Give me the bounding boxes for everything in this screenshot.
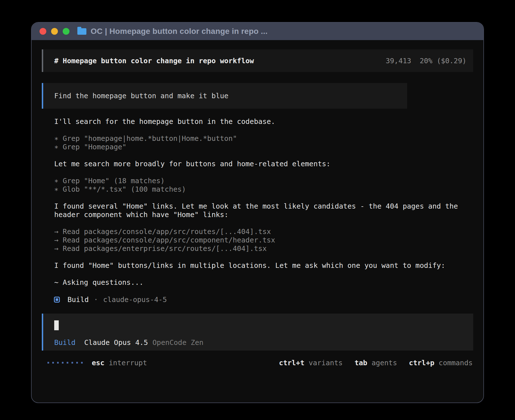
session-stats: 39,413 20% ($0.29) xyxy=(386,57,466,65)
transcript-line: ∗ Grep "homepage|home.*button|Home.*butt… xyxy=(54,134,473,143)
agent-separator: · xyxy=(94,296,98,304)
hint-label: interrupt xyxy=(109,359,147,367)
hint-commands: ctrl+p commands xyxy=(409,359,473,367)
agent-badge: Build · claude-opus-4-5 xyxy=(42,295,473,304)
input-meta: Build Claude Opus 4.5 OpenCode Zen xyxy=(54,338,204,347)
folder-icon xyxy=(77,28,86,35)
status-bar: esc interrupt ctrl+t variants tab agents… xyxy=(42,358,473,368)
spinner-dot xyxy=(81,362,83,364)
close-button[interactable] xyxy=(40,28,46,35)
spinner-dot xyxy=(47,362,49,364)
minimize-button[interactable] xyxy=(51,28,58,35)
hint-interrupt: esc interrupt xyxy=(92,359,147,367)
transcript-line: I'll search for the homepage button in t… xyxy=(54,117,473,126)
spinner-dot xyxy=(52,362,54,364)
session-header: # Homepage button color change in repo w… xyxy=(42,49,473,72)
session-title: # Homepage button color change in repo w… xyxy=(54,57,254,65)
terminal-window: OC | Homepage button color change in rep… xyxy=(31,22,484,403)
input-provider: OpenCode Zen xyxy=(152,338,204,347)
agent-name: Build xyxy=(67,296,89,304)
hint-key: esc xyxy=(92,359,104,367)
transcript-line xyxy=(54,287,473,295)
input-model: Claude Opus 4.5 xyxy=(84,338,148,347)
hint-key: ctrl+t xyxy=(279,359,304,367)
transcript-line xyxy=(54,219,473,228)
transcript-line: → Read packages/console/app/src/componen… xyxy=(54,236,473,244)
status-left: esc interrupt xyxy=(47,359,147,367)
transcript-line xyxy=(54,168,473,177)
token-count: 39,413 xyxy=(386,57,411,65)
spinner-dots xyxy=(47,362,83,364)
prompt-input[interactable]: Build Claude Opus 4.5 OpenCode Zen xyxy=(42,314,473,351)
spinner-dot xyxy=(67,362,68,364)
window-title: OC | Homepage button color change in rep… xyxy=(91,27,268,36)
transcript-line: header component which have "Home" links… xyxy=(54,211,473,219)
transcript-line xyxy=(54,126,473,134)
context-cost: 20% ($0.29) xyxy=(420,57,466,65)
transcript-line xyxy=(54,194,473,202)
transcript: I'll search for the homepage button in t… xyxy=(42,117,473,295)
spinner-dot xyxy=(62,362,64,364)
spinner-dot xyxy=(71,362,73,364)
transcript-line: Let me search more broadly for buttons a… xyxy=(54,160,473,168)
spinner-dot xyxy=(76,362,78,364)
terminal-content: # Homepage button color change in repo w… xyxy=(32,49,483,403)
spinner-dot xyxy=(57,362,59,364)
text-cursor xyxy=(54,320,59,330)
transcript-line xyxy=(54,270,473,278)
square-in-square-icon xyxy=(54,297,60,303)
transcript-line: → Read packages/enterprise/src/routes/[.… xyxy=(54,244,473,253)
transcript-line: I found "Home" buttons/links in multiple… xyxy=(54,261,473,270)
hint-label: commands xyxy=(439,359,473,367)
screen: OC | Homepage button color change in rep… xyxy=(0,0,515,420)
hint-key: ctrl+p xyxy=(409,359,434,367)
transcript-line: ∗ Grep "Homepage" xyxy=(54,143,473,151)
transcript-line: ∗ Grep "Home" (18 matches) xyxy=(54,177,473,185)
hint-label: agents xyxy=(372,359,397,367)
transcript-line: I found several "Home" links. Let me loo… xyxy=(54,202,473,211)
window-titlebar: OC | Homepage button color change in rep… xyxy=(32,23,483,40)
transcript-line: ~ Asking questions... xyxy=(54,278,473,287)
window-controls xyxy=(40,28,69,35)
user-message: Find the homepage button and make it blu… xyxy=(42,83,407,109)
status-right: ctrl+t variants tab agents ctrl+p comman… xyxy=(279,359,473,367)
hint-key: tab xyxy=(355,359,367,367)
hint-agents: tab agents xyxy=(355,359,397,367)
hint-variants: ctrl+t variants xyxy=(279,359,343,367)
user-message-text: Find the homepage button and make it blu… xyxy=(54,92,228,100)
transcript-line xyxy=(54,253,473,261)
hint-label: variants xyxy=(309,359,342,367)
transcript-line xyxy=(54,151,473,160)
transcript-line: ∗ Glob "**/*.tsx" (100 matches) xyxy=(54,185,473,194)
agent-model: claude-opus-4-5 xyxy=(103,296,167,304)
transcript-line: → Read packages/console/app/src/routes/[… xyxy=(54,228,473,236)
input-mode: Build xyxy=(54,338,75,347)
zoom-button[interactable] xyxy=(63,28,69,35)
